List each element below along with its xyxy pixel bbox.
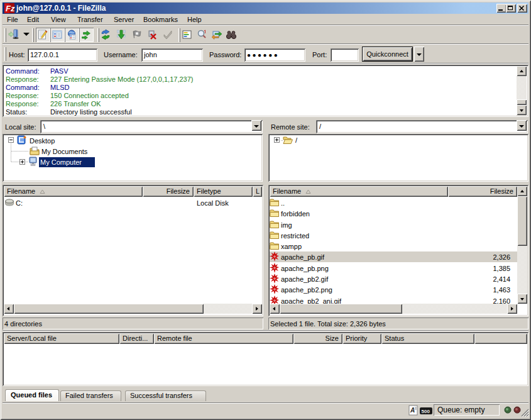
svg-text:500: 500 [422,409,430,414]
svg-text:A: A [410,407,415,414]
svg-text:Fz: Fz [6,4,15,13]
